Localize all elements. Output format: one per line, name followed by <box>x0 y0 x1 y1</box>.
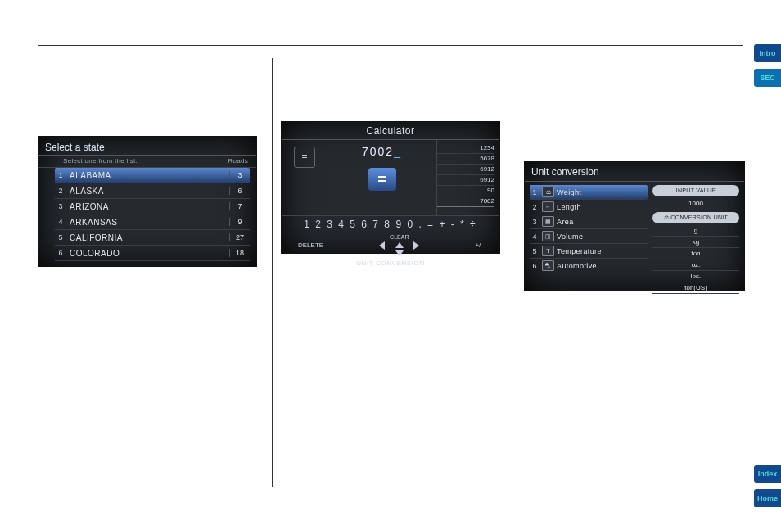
screenshot-calculator: Calculator = 7002_ = 1234 5678 6912 6912… <box>281 121 500 254</box>
category-name: Automotive <box>557 262 648 270</box>
state-row-name: ARKANSAS <box>66 218 229 227</box>
state-row[interactable]: 1 ALABAMA 3 <box>55 168 250 183</box>
category-name: Area <box>557 218 648 226</box>
select-state-title: Select a state <box>38 137 256 156</box>
state-row-name: CALIFORNIA <box>66 233 229 242</box>
delete-button[interactable]: DELETE <box>298 241 323 249</box>
tab-index[interactable]: Index <box>754 465 781 483</box>
category-num: 4 <box>530 232 539 241</box>
state-row-count: 6 <box>229 187 250 195</box>
arrow-up-icon[interactable] <box>395 242 404 248</box>
category-row[interactable]: 4 ◫ Volume <box>530 229 648 244</box>
history-item: 1234 <box>437 143 494 154</box>
unit-item[interactable]: ton(US) <box>652 282 739 294</box>
state-row-num: 4 <box>55 218 66 226</box>
state-row-name: ALABAMA <box>66 171 229 180</box>
state-row-count: 7 <box>229 202 250 210</box>
state-row-count: 27 <box>229 233 250 241</box>
column-divider-2 <box>517 58 517 487</box>
category-num: 2 <box>530 203 539 211</box>
header-rule <box>38 45 743 46</box>
category-num: 5 <box>530 247 539 255</box>
cursor-icon: _ <box>394 145 402 158</box>
state-row-count: 9 <box>229 218 250 226</box>
unit-item[interactable]: ton <box>652 248 739 259</box>
calculator-display: 7002_ <box>327 145 436 158</box>
tab-intro[interactable]: Intro <box>754 44 781 62</box>
tab-sec[interactable]: SEC <box>754 69 781 87</box>
state-row[interactable]: 3 ARIZONA 7 <box>55 199 250 214</box>
category-name: Volume <box>557 232 648 241</box>
state-row-name: ARIZONA <box>66 202 229 211</box>
unit-item[interactable]: lbs. <box>652 271 739 282</box>
category-row[interactable]: 3 ▦ Area <box>530 214 648 229</box>
unit-item[interactable]: g <box>652 225 739 237</box>
column-divider-1 <box>272 58 273 487</box>
input-value[interactable]: 1000 <box>652 198 739 210</box>
clear-button[interactable]: CLEAR <box>390 234 409 240</box>
category-row[interactable]: 2 ↔ Length <box>530 200 648 214</box>
state-row-num: 1 <box>55 171 66 179</box>
length-icon: ↔ <box>542 201 554 212</box>
history-item: 6912 <box>437 175 494 186</box>
state-row-num: 3 <box>55 202 66 210</box>
select-state-roads-label: Roads <box>228 157 248 165</box>
automotive-icon: ⛍ <box>542 260 554 271</box>
state-list: 1 ALABAMA 3 2 ALASKA 6 3 ARIZONA 7 4 ARK… <box>38 168 256 261</box>
select-state-sublabel: Select one from the list. <box>63 157 138 165</box>
category-num: 6 <box>530 262 539 270</box>
state-row[interactable]: 4 ARKANSAS 9 <box>55 214 250 230</box>
category-row[interactable]: 5 T Temperature <box>530 244 648 259</box>
volume-icon: ◫ <box>542 231 554 241</box>
category-num: 1 <box>530 188 539 196</box>
equals-small-button[interactable]: = <box>294 147 315 168</box>
state-row-name: COLORADO <box>66 249 229 258</box>
category-row[interactable]: 6 ⛍ Automotive <box>530 259 648 273</box>
tab-home[interactable]: Home <box>754 489 781 507</box>
state-row-num: 5 <box>55 233 66 241</box>
state-row[interactable]: 6 COLORADO 18 <box>55 246 250 261</box>
category-num: 3 <box>530 218 539 226</box>
screenshot-select-state: Select a state Select one from the list.… <box>38 136 257 267</box>
state-row-num: 6 <box>55 249 66 257</box>
arrow-down-icon[interactable] <box>395 250 404 256</box>
category-list: 1 ⚖ Weight 2 ↔ Length 3 ▦ Area 4 ◫ V <box>530 185 648 294</box>
input-value-header: INPUT VALUE <box>652 185 739 196</box>
history-item: 5678 <box>437 154 494 165</box>
area-icon: ▦ <box>542 216 554 227</box>
category-name: Length <box>557 203 648 211</box>
category-name: Temperature <box>557 247 648 255</box>
unit-conversion-link[interactable]: UNIT CONVERSION <box>282 258 499 270</box>
history-item: 6912 <box>437 165 494 175</box>
unit-conversion-title: Unit conversion <box>525 162 744 182</box>
conversion-unit-header: ⚖ CONVERSION UNIT <box>652 212 739 223</box>
state-row-name: ALASKA <box>66 187 229 196</box>
category-row[interactable]: 1 ⚖ Weight <box>530 185 648 200</box>
state-row[interactable]: 5 CALIFORNIA 27 <box>55 230 250 246</box>
state-row-count: 3 <box>229 171 250 179</box>
temperature-icon: T <box>542 246 554 256</box>
state-row[interactable]: 2 ALASKA 6 <box>55 183 250 199</box>
unit-item[interactable]: kg <box>652 237 739 248</box>
state-row-count: 18 <box>229 249 250 257</box>
equals-button[interactable]: = <box>368 168 396 191</box>
state-row-num: 2 <box>55 187 66 195</box>
weight-icon: ⚖ <box>542 187 554 197</box>
screenshot-unit-conversion: Unit conversion 1 ⚖ Weight 2 ↔ Length 3 … <box>524 161 745 291</box>
digit-strip[interactable]: 1 2 3 4 5 6 7 8 9 0 . = + - * ÷ <box>282 215 499 232</box>
history-item: 90 <box>437 186 494 196</box>
plus-minus-button[interactable]: +/- <box>475 241 483 249</box>
history-item: 7002 <box>437 196 494 207</box>
arrow-right-icon[interactable] <box>413 241 419 250</box>
history-list: 1234 5678 6912 6912 90 7002 <box>436 140 499 215</box>
calculator-title: Calculator <box>282 122 499 140</box>
category-name: Weight <box>557 188 648 196</box>
arrow-left-icon[interactable] <box>379 241 385 250</box>
unit-item[interactable]: oz. <box>652 259 739 271</box>
